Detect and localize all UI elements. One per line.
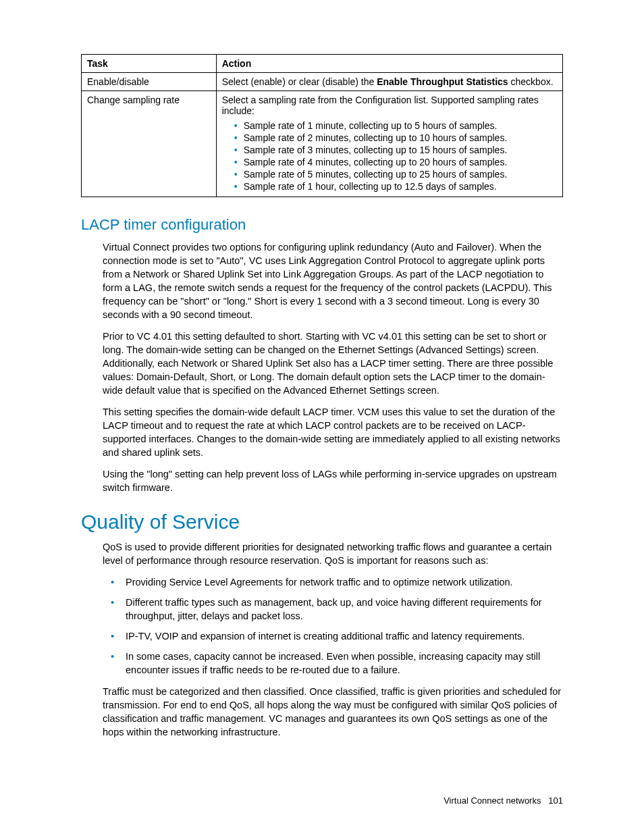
- paragraph: Traffic must be categorized and then cla…: [103, 685, 563, 739]
- cell-action: Select a sampling rate from the Configur…: [216, 91, 562, 197]
- action-text-post: checkbox.: [508, 76, 554, 87]
- action-text-bold: Enable Throughput Statistics: [377, 76, 508, 87]
- th-action: Action: [216, 55, 562, 73]
- cell-task: Enable/disable: [82, 73, 217, 91]
- list-item: Sample rate of 5 minutes, collecting up …: [234, 169, 557, 180]
- page: Task Action Enable/disable Select (enabl…: [0, 0, 644, 834]
- table-row: Change sampling rate Select a sampling r…: [82, 91, 563, 197]
- paragraph: Prior to VC 4.01 this setting defaulted …: [103, 330, 563, 397]
- list-item: IP-TV, VOIP and expansion of internet is…: [103, 629, 563, 643]
- heading-lacp: LACP timer configuration: [81, 216, 563, 234]
- paragraph: Virtual Connect provides two options for…: [103, 240, 563, 321]
- heading-qos: Quality of Service: [81, 511, 563, 533]
- list-item: Sample rate of 1 hour, collecting up to …: [234, 181, 557, 192]
- footer-section: Virtual Connect networks: [444, 796, 541, 806]
- list-item: Sample rate of 3 minutes, collecting up …: [234, 145, 557, 155]
- list-item: Sample rate of 2 minutes, collecting up …: [234, 132, 557, 143]
- list-item: Sample rate of 4 minutes, collecting up …: [234, 157, 557, 167]
- page-footer: Virtual Connect networks 101: [444, 796, 563, 806]
- table-header-row: Task Action: [82, 55, 563, 73]
- action-text-pre: Select (enable) or clear (disable) the: [222, 76, 377, 87]
- table-row: Enable/disable Select (enable) or clear …: [82, 73, 563, 91]
- list-item: Providing Service Level Agreements for n…: [103, 575, 563, 589]
- list-item: Different traffic types such as manageme…: [103, 596, 563, 623]
- list-item: In some cases, capacity cannot be increa…: [103, 650, 563, 677]
- action-intro: Select a sampling rate from the Configur…: [222, 95, 539, 116]
- th-task: Task: [82, 55, 217, 73]
- task-action-table: Task Action Enable/disable Select (enabl…: [81, 54, 563, 197]
- paragraph: Using the "long" setting can help preven…: [103, 467, 563, 494]
- footer-page-number: 101: [548, 796, 563, 806]
- paragraph: QoS is used to provide different priorit…: [103, 540, 563, 567]
- sampling-rate-list: Sample rate of 1 minute, collecting up t…: [222, 120, 557, 192]
- paragraph: This setting specifies the domain-wide d…: [103, 405, 563, 459]
- cell-task: Change sampling rate: [82, 91, 217, 197]
- list-item: Sample rate of 1 minute, collecting up t…: [234, 120, 557, 131]
- qos-bullet-list: Providing Service Level Agreements for n…: [103, 575, 563, 677]
- cell-action: Select (enable) or clear (disable) the E…: [216, 73, 562, 91]
